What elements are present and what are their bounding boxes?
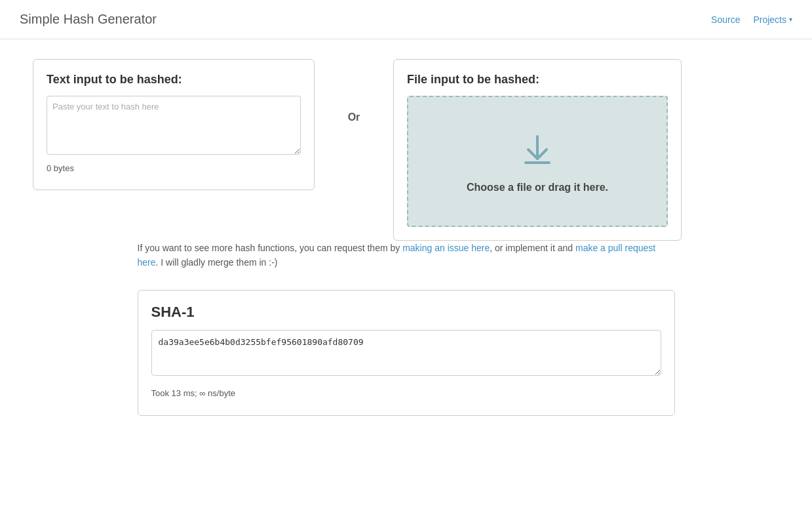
or-divider: Or <box>315 59 393 123</box>
download-icon <box>518 130 557 171</box>
hash-result-section: SHA-1 Took 13 ms; ∞ ns/byte <box>111 290 701 416</box>
info-before-link1: If you want to see more hash functions, … <box>138 243 403 253</box>
info-text-section: If you want to see more hash functions, … <box>111 241 701 270</box>
timing-text: Took 13 ms; ∞ ns/byte <box>151 384 661 402</box>
text-input-card: Text input to be hashed: 0 bytes <box>33 59 315 190</box>
input-section: Text input to be hashed: 0 bytes Or File… <box>26 59 786 241</box>
main-content: Text input to be hashed: 0 bytes Or File… <box>0 39 812 435</box>
source-link[interactable]: Source <box>711 14 740 25</box>
file-drop-zone[interactable]: Choose a file or drag it here. <box>407 96 668 227</box>
navbar: Simple Hash Generator Source Projects ▾ <box>0 0 812 39</box>
hash-output[interactable] <box>151 330 661 376</box>
text-hash-input[interactable] <box>47 96 301 155</box>
navbar-links: Source Projects ▾ <box>711 14 792 25</box>
info-between-links: , or implement it and <box>490 243 575 253</box>
projects-label: Projects <box>753 14 786 25</box>
hash-algorithm-title: SHA-1 <box>151 304 661 321</box>
info-after-links: . I will gladly merge them in :-) <box>156 257 278 268</box>
text-input-title: Text input to be hashed: <box>47 73 301 87</box>
projects-dropdown[interactable]: Projects ▾ <box>753 14 792 25</box>
chevron-down-icon: ▾ <box>789 16 792 23</box>
byte-count: 0 bytes <box>47 163 301 173</box>
file-input-card: File input to be hashed: Choose a file o… <box>393 59 682 241</box>
issue-link[interactable]: making an issue here <box>402 243 490 253</box>
app-title: Simple Hash Generator <box>20 12 157 27</box>
hash-result-card: SHA-1 Took 13 ms; ∞ ns/byte <box>138 290 675 416</box>
file-input-title: File input to be hashed: <box>407 73 668 87</box>
drop-zone-text: Choose a file or drag it here. <box>467 182 608 193</box>
